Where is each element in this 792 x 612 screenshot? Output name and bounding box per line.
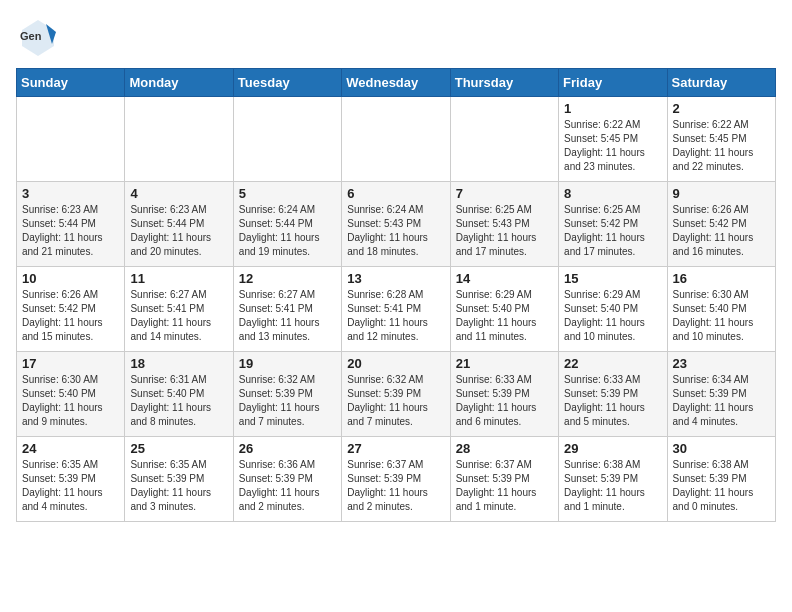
calendar-cell [125, 97, 233, 182]
calendar-cell: 17Sunrise: 6:30 AM Sunset: 5:40 PM Dayli… [17, 352, 125, 437]
day-info: Sunrise: 6:28 AM Sunset: 5:41 PM Dayligh… [347, 288, 444, 344]
calendar-cell: 30Sunrise: 6:38 AM Sunset: 5:39 PM Dayli… [667, 437, 775, 522]
calendar-cell: 19Sunrise: 6:32 AM Sunset: 5:39 PM Dayli… [233, 352, 341, 437]
logo: Gen [16, 16, 66, 60]
day-header-tuesday: Tuesday [233, 69, 341, 97]
calendar-week-3: 10Sunrise: 6:26 AM Sunset: 5:42 PM Dayli… [17, 267, 776, 352]
day-number: 14 [456, 271, 553, 286]
day-header-friday: Friday [559, 69, 667, 97]
day-info: Sunrise: 6:32 AM Sunset: 5:39 PM Dayligh… [347, 373, 444, 429]
calendar-cell: 26Sunrise: 6:36 AM Sunset: 5:39 PM Dayli… [233, 437, 341, 522]
calendar-cell: 12Sunrise: 6:27 AM Sunset: 5:41 PM Dayli… [233, 267, 341, 352]
calendar-cell: 18Sunrise: 6:31 AM Sunset: 5:40 PM Dayli… [125, 352, 233, 437]
day-info: Sunrise: 6:38 AM Sunset: 5:39 PM Dayligh… [673, 458, 770, 514]
day-number: 12 [239, 271, 336, 286]
calendar-week-2: 3Sunrise: 6:23 AM Sunset: 5:44 PM Daylig… [17, 182, 776, 267]
day-info: Sunrise: 6:24 AM Sunset: 5:44 PM Dayligh… [239, 203, 336, 259]
calendar-cell: 8Sunrise: 6:25 AM Sunset: 5:42 PM Daylig… [559, 182, 667, 267]
calendar-cell: 28Sunrise: 6:37 AM Sunset: 5:39 PM Dayli… [450, 437, 558, 522]
day-number: 17 [22, 356, 119, 371]
calendar-cell: 16Sunrise: 6:30 AM Sunset: 5:40 PM Dayli… [667, 267, 775, 352]
day-number: 18 [130, 356, 227, 371]
calendar-cell [17, 97, 125, 182]
calendar-cell: 6Sunrise: 6:24 AM Sunset: 5:43 PM Daylig… [342, 182, 450, 267]
day-number: 16 [673, 271, 770, 286]
day-info: Sunrise: 6:36 AM Sunset: 5:39 PM Dayligh… [239, 458, 336, 514]
day-info: Sunrise: 6:35 AM Sunset: 5:39 PM Dayligh… [130, 458, 227, 514]
calendar-cell: 23Sunrise: 6:34 AM Sunset: 5:39 PM Dayli… [667, 352, 775, 437]
day-number: 10 [22, 271, 119, 286]
calendar-cell: 7Sunrise: 6:25 AM Sunset: 5:43 PM Daylig… [450, 182, 558, 267]
day-info: Sunrise: 6:33 AM Sunset: 5:39 PM Dayligh… [564, 373, 661, 429]
day-number: 8 [564, 186, 661, 201]
day-info: Sunrise: 6:38 AM Sunset: 5:39 PM Dayligh… [564, 458, 661, 514]
day-info: Sunrise: 6:22 AM Sunset: 5:45 PM Dayligh… [564, 118, 661, 174]
calendar-cell: 1Sunrise: 6:22 AM Sunset: 5:45 PM Daylig… [559, 97, 667, 182]
day-number: 5 [239, 186, 336, 201]
day-number: 11 [130, 271, 227, 286]
calendar-cell: 14Sunrise: 6:29 AM Sunset: 5:40 PM Dayli… [450, 267, 558, 352]
calendar-cell [342, 97, 450, 182]
calendar-header-row: SundayMondayTuesdayWednesdayThursdayFrid… [17, 69, 776, 97]
calendar-cell: 2Sunrise: 6:22 AM Sunset: 5:45 PM Daylig… [667, 97, 775, 182]
day-number: 1 [564, 101, 661, 116]
calendar-cell: 9Sunrise: 6:26 AM Sunset: 5:42 PM Daylig… [667, 182, 775, 267]
day-info: Sunrise: 6:27 AM Sunset: 5:41 PM Dayligh… [239, 288, 336, 344]
day-info: Sunrise: 6:34 AM Sunset: 5:39 PM Dayligh… [673, 373, 770, 429]
calendar-cell: 11Sunrise: 6:27 AM Sunset: 5:41 PM Dayli… [125, 267, 233, 352]
calendar-table: SundayMondayTuesdayWednesdayThursdayFrid… [16, 68, 776, 522]
day-number: 15 [564, 271, 661, 286]
calendar-cell: 21Sunrise: 6:33 AM Sunset: 5:39 PM Dayli… [450, 352, 558, 437]
calendar-cell: 25Sunrise: 6:35 AM Sunset: 5:39 PM Dayli… [125, 437, 233, 522]
day-info: Sunrise: 6:27 AM Sunset: 5:41 PM Dayligh… [130, 288, 227, 344]
day-number: 20 [347, 356, 444, 371]
calendar-cell: 13Sunrise: 6:28 AM Sunset: 5:41 PM Dayli… [342, 267, 450, 352]
calendar-week-5: 24Sunrise: 6:35 AM Sunset: 5:39 PM Dayli… [17, 437, 776, 522]
day-info: Sunrise: 6:24 AM Sunset: 5:43 PM Dayligh… [347, 203, 444, 259]
calendar-cell: 3Sunrise: 6:23 AM Sunset: 5:44 PM Daylig… [17, 182, 125, 267]
day-number: 26 [239, 441, 336, 456]
day-info: Sunrise: 6:35 AM Sunset: 5:39 PM Dayligh… [22, 458, 119, 514]
day-info: Sunrise: 6:25 AM Sunset: 5:42 PM Dayligh… [564, 203, 661, 259]
day-number: 28 [456, 441, 553, 456]
calendar-cell: 29Sunrise: 6:38 AM Sunset: 5:39 PM Dayli… [559, 437, 667, 522]
calendar-cell [233, 97, 341, 182]
calendar-cell [450, 97, 558, 182]
day-number: 23 [673, 356, 770, 371]
day-number: 13 [347, 271, 444, 286]
day-info: Sunrise: 6:37 AM Sunset: 5:39 PM Dayligh… [347, 458, 444, 514]
calendar-cell: 15Sunrise: 6:29 AM Sunset: 5:40 PM Dayli… [559, 267, 667, 352]
day-info: Sunrise: 6:26 AM Sunset: 5:42 PM Dayligh… [673, 203, 770, 259]
calendar-cell: 20Sunrise: 6:32 AM Sunset: 5:39 PM Dayli… [342, 352, 450, 437]
day-number: 2 [673, 101, 770, 116]
calendar-cell: 4Sunrise: 6:23 AM Sunset: 5:44 PM Daylig… [125, 182, 233, 267]
day-number: 27 [347, 441, 444, 456]
day-info: Sunrise: 6:29 AM Sunset: 5:40 PM Dayligh… [564, 288, 661, 344]
calendar-week-4: 17Sunrise: 6:30 AM Sunset: 5:40 PM Dayli… [17, 352, 776, 437]
logo-icon: Gen [16, 16, 60, 60]
day-header-sunday: Sunday [17, 69, 125, 97]
day-info: Sunrise: 6:31 AM Sunset: 5:40 PM Dayligh… [130, 373, 227, 429]
calendar-cell: 10Sunrise: 6:26 AM Sunset: 5:42 PM Dayli… [17, 267, 125, 352]
day-number: 9 [673, 186, 770, 201]
day-info: Sunrise: 6:30 AM Sunset: 5:40 PM Dayligh… [22, 373, 119, 429]
day-info: Sunrise: 6:32 AM Sunset: 5:39 PM Dayligh… [239, 373, 336, 429]
day-header-saturday: Saturday [667, 69, 775, 97]
day-number: 7 [456, 186, 553, 201]
day-number: 19 [239, 356, 336, 371]
svg-text:Gen: Gen [20, 30, 42, 42]
day-number: 22 [564, 356, 661, 371]
day-number: 30 [673, 441, 770, 456]
day-info: Sunrise: 6:30 AM Sunset: 5:40 PM Dayligh… [673, 288, 770, 344]
day-header-thursday: Thursday [450, 69, 558, 97]
calendar-week-1: 1Sunrise: 6:22 AM Sunset: 5:45 PM Daylig… [17, 97, 776, 182]
day-number: 3 [22, 186, 119, 201]
day-header-wednesday: Wednesday [342, 69, 450, 97]
day-info: Sunrise: 6:26 AM Sunset: 5:42 PM Dayligh… [22, 288, 119, 344]
calendar-cell: 22Sunrise: 6:33 AM Sunset: 5:39 PM Dayli… [559, 352, 667, 437]
day-number: 21 [456, 356, 553, 371]
day-number: 29 [564, 441, 661, 456]
day-info: Sunrise: 6:33 AM Sunset: 5:39 PM Dayligh… [456, 373, 553, 429]
calendar-cell: 5Sunrise: 6:24 AM Sunset: 5:44 PM Daylig… [233, 182, 341, 267]
calendar-cell: 24Sunrise: 6:35 AM Sunset: 5:39 PM Dayli… [17, 437, 125, 522]
